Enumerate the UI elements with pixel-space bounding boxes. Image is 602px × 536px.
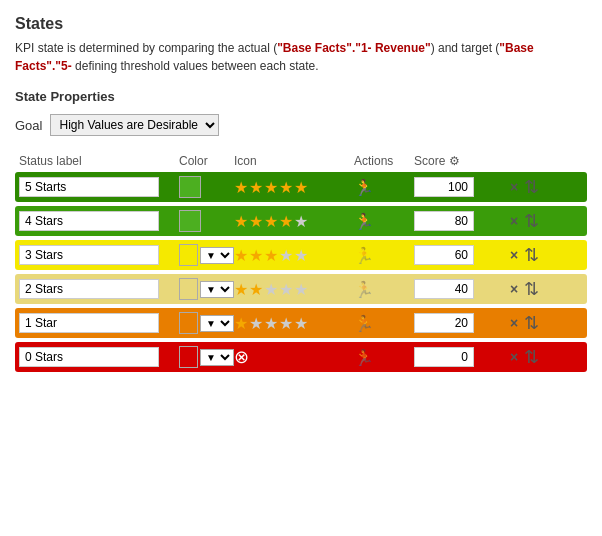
status-label-input[interactable] xyxy=(19,245,159,265)
state-row: ▼ ★★★★★ 🏃 × ⇅ xyxy=(15,274,587,304)
add-row-button[interactable]: ⇅ xyxy=(524,178,539,196)
color-dropdown[interactable]: ▼ xyxy=(200,247,234,264)
color-swatch xyxy=(179,312,198,334)
th-actions: Actions xyxy=(354,154,414,168)
remove-row-button[interactable]: × xyxy=(510,281,518,297)
score-input[interactable] xyxy=(414,177,474,197)
add-row-button[interactable]: ⇅ xyxy=(524,212,539,230)
color-dropdown[interactable]: ▼ xyxy=(200,281,234,298)
status-label-input[interactable] xyxy=(19,347,159,367)
star-rating: ★★★★★ xyxy=(234,314,354,333)
th-icon: Icon xyxy=(234,154,354,168)
color-swatch xyxy=(179,346,198,368)
action-runner[interactable]: 🏃 xyxy=(354,314,414,333)
score-input[interactable] xyxy=(414,313,474,333)
goal-label: Goal xyxy=(15,118,42,133)
star-rating: ★★★★★ xyxy=(234,246,354,265)
score-input[interactable] xyxy=(414,211,474,231)
star-rating: ★★★★★ xyxy=(234,178,354,197)
action-runner[interactable]: 🏃 xyxy=(354,348,414,367)
th-color: Color xyxy=(179,154,234,168)
action-runner[interactable]: 🏃 xyxy=(354,178,414,197)
action-runner[interactable]: 🏃 xyxy=(354,246,414,265)
state-row: ▼ ⊗ 🏃 × ⇅ xyxy=(15,342,587,372)
status-label-input[interactable] xyxy=(19,177,159,197)
status-label-input[interactable] xyxy=(19,313,159,333)
color-swatch xyxy=(179,244,198,266)
add-row-button[interactable]: ⇅ xyxy=(524,348,539,366)
special-icon-cell[interactable]: ⊗ xyxy=(234,346,354,368)
add-row-button[interactable]: ⇅ xyxy=(524,246,539,264)
add-row-button[interactable]: ⇅ xyxy=(524,314,539,332)
state-row: ★★★★★ 🏃 × ⇅ xyxy=(15,206,587,236)
page-title: States xyxy=(15,15,587,33)
state-row: ★★★★★ 🏃 × ⇅ xyxy=(15,172,587,202)
page-description: KPI state is determined by comparing the… xyxy=(15,39,587,75)
state-row: ▼ ★★★★★ 🏃 × ⇅ xyxy=(15,240,587,270)
color-dropdown[interactable]: ▼ xyxy=(200,315,234,332)
remove-row-button[interactable]: × xyxy=(510,179,518,195)
add-row-button[interactable]: ⇅ xyxy=(524,280,539,298)
action-runner[interactable]: 🏃 xyxy=(354,280,414,299)
color-dropdown[interactable]: ▼ xyxy=(200,349,234,366)
gear-icon[interactable]: ⚙ xyxy=(449,154,460,168)
color-swatch xyxy=(179,278,198,300)
goal-select[interactable]: High Values are Desirable Low Values are… xyxy=(50,114,219,136)
state-row: ▼ ★★★★★ 🏃 × ⇅ xyxy=(15,308,587,338)
star-rating: ★★★★★ xyxy=(234,212,354,231)
color-swatch xyxy=(179,176,201,198)
th-status-label: Status label xyxy=(19,154,179,168)
score-input[interactable] xyxy=(414,245,474,265)
remove-row-button[interactable]: × xyxy=(510,315,518,331)
remove-row-button[interactable]: × xyxy=(510,349,518,365)
remove-row-button[interactable]: × xyxy=(510,213,518,229)
status-label-input[interactable] xyxy=(19,279,159,299)
star-rating: ★★★★★ xyxy=(234,280,354,299)
action-runner[interactable]: 🏃 xyxy=(354,212,414,231)
remove-row-button[interactable]: × xyxy=(510,247,518,263)
table-header: Status label Color Icon Actions Score ⚙ xyxy=(15,154,587,168)
score-input[interactable] xyxy=(414,279,474,299)
state-properties-heading: State Properties xyxy=(15,89,587,104)
status-label-input[interactable] xyxy=(19,211,159,231)
score-input[interactable] xyxy=(414,347,474,367)
color-swatch xyxy=(179,210,201,232)
th-score: Score ⚙ xyxy=(414,154,504,168)
